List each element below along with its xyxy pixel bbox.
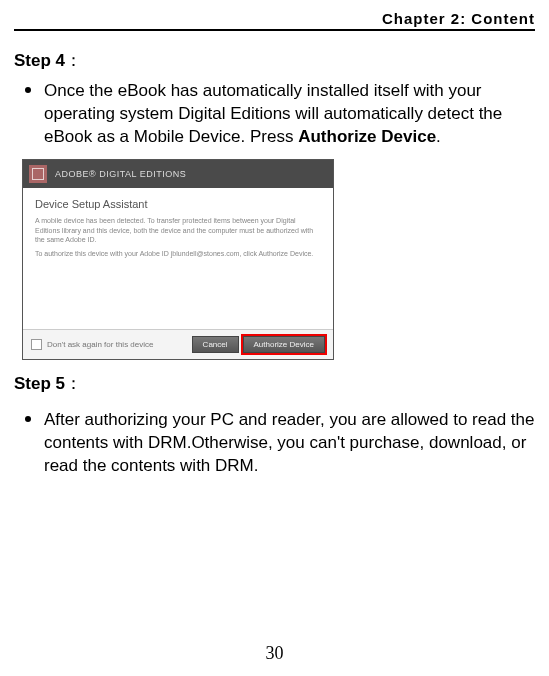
dialog-line2: To authorize this device with your Adobe… [35,249,321,259]
dont-ask-checkbox[interactable] [31,339,42,350]
step4-title: Step 4： [14,49,535,72]
step4-colon: ： [65,51,82,70]
dialog-body: Device Setup Assistant A mobile device h… [23,188,333,329]
dialog-app-title: ADOBE® DIGITAL EDITIONS [55,169,186,179]
step5-item: After authorizing your PC and reader, yo… [44,405,535,478]
authorize-device-button[interactable]: Authorize Device [243,336,325,353]
step4-item: Once the eBook has automatically install… [44,76,535,149]
step4-label: Step 4 [14,51,65,70]
dialog-titlebar: ADOBE® DIGITAL EDITIONS [23,160,333,188]
dialog-spacer [35,263,321,323]
dialog-line1: A mobile device has been detected. To tr… [35,216,321,245]
step5-text: After authorizing your PC and reader, yo… [44,410,534,475]
step5-label: Step 5 [14,374,65,393]
dialog-footer: Don't ask again for this device Cancel A… [23,329,333,359]
step4-text-after: . [436,127,441,146]
cancel-button[interactable]: Cancel [192,336,239,353]
page-number: 30 [0,643,549,664]
adobe-logo-icon [29,165,47,183]
step4-list: Once the eBook has automatically install… [14,76,535,149]
step5-title: Step 5： [14,372,535,395]
step5-list: After authorizing your PC and reader, yo… [14,405,535,478]
chapter-header: Chapter 2: Content [14,10,535,31]
dialog-screenshot: ADOBE® DIGITAL EDITIONS Device Setup Ass… [22,159,334,360]
step5-colon: ： [65,374,82,393]
dialog-heading: Device Setup Assistant [35,198,321,210]
step4-bold: Authorize Device [298,127,436,146]
dont-ask-label: Don't ask again for this device [47,340,188,349]
